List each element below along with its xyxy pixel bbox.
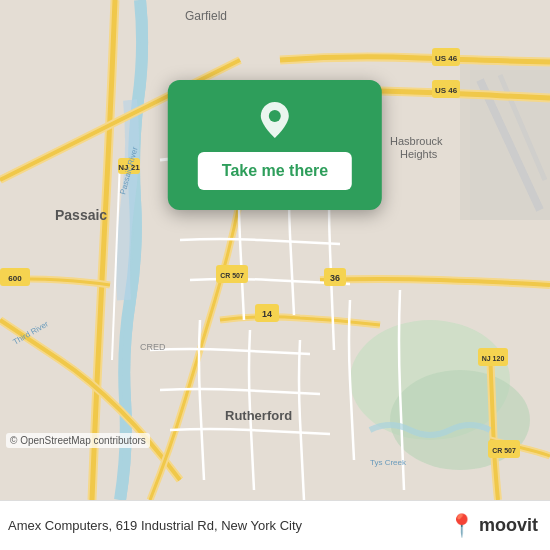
svg-text:14: 14 [262,309,272,319]
svg-text:36: 36 [330,273,340,283]
svg-text:Garfield: Garfield [185,9,227,23]
svg-point-37 [269,110,281,122]
svg-text:Tys Creek: Tys Creek [370,458,407,467]
map-container: NJ 21 US 46 US 46 36 600 NJ 120 CR 507 C… [0,0,550,500]
location-pin-icon [253,98,297,142]
popup-card: Take me there [168,80,382,210]
svg-text:NJ 120: NJ 120 [482,355,505,362]
moovit-brand-text: moovit [479,515,538,536]
osm-attribution: © OpenStreetMap contributors [6,433,150,448]
take-me-there-button[interactable]: Take me there [198,152,352,190]
map-svg: NJ 21 US 46 US 46 36 600 NJ 120 CR 507 C… [0,0,550,500]
svg-text:US 46: US 46 [435,54,458,63]
svg-text:Heights: Heights [400,148,438,160]
svg-text:600: 600 [8,274,22,283]
moovit-logo: 📍 moovit [448,515,538,537]
svg-text:Passaic: Passaic [55,207,107,223]
moovit-pin-icon: 📍 [448,515,475,537]
svg-text:CRED: CRED [140,342,166,352]
svg-text:Rutherford: Rutherford [225,408,292,423]
svg-text:CR 507: CR 507 [492,447,516,454]
svg-text:US 46: US 46 [435,86,458,95]
address-text: Amex Computers, 619 Industrial Rd, New Y… [8,518,448,533]
svg-text:Hasbrouck: Hasbrouck [390,135,443,147]
bottom-bar: Amex Computers, 619 Industrial Rd, New Y… [0,500,550,550]
svg-text:CR 507: CR 507 [220,272,244,279]
